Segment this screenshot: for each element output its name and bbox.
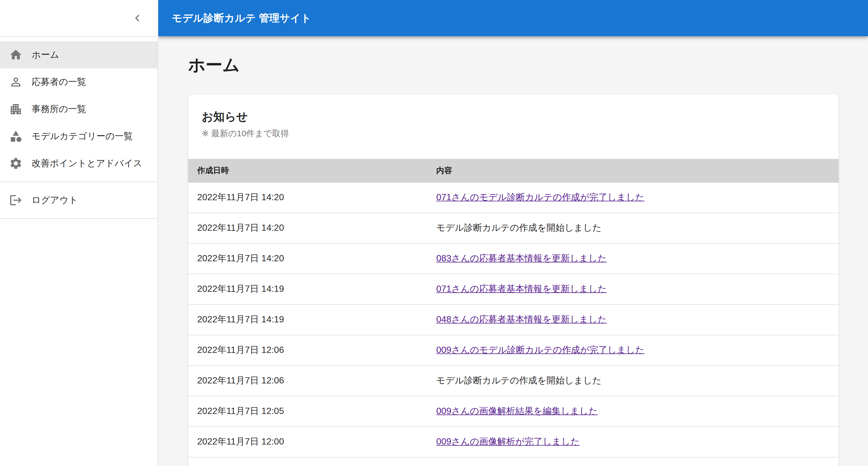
notice-text: モデル診断カルテの作成を開始しました [436,376,601,385]
table-row: 2022年11月7日 12:06 モデル診断カルテの作成を開始しました [188,366,839,396]
content-cell: モデル診断カルテの作成を開始しました [427,213,839,243]
sidebar-item-categories[interactable]: モデルカテゴリーの一覧 [0,123,158,150]
content-cell: 048さんの応募者基本情報を更新しました [427,304,839,335]
sidebar: ホーム 応募者の一覧 事務所の一覧 モデルカテゴリーの一覧 改善ポイントとアドバ… [0,0,158,466]
sidebar-logout-list: ログアウト [0,182,158,218]
created-at-cell: 2022年11月7日 12:05 [188,396,427,427]
content-cell: 009さんの画像解析結果を編集しました [427,396,839,427]
created-at-cell: 2022年11月7日 14:20 [188,183,427,213]
apartment-icon [9,103,23,116]
created-at-cell: 2022年11月7日 12:00 [188,427,427,457]
main-content: ホーム お知らせ ※ 最新の10件まで取得 作成日時 内容 2022年11月7日… [158,36,868,466]
created-at-cell: 2022年11月7日 14:20 [188,213,427,243]
logout-icon [9,194,23,207]
sidebar-item-advice[interactable]: 改善ポイントとアドバイス [0,150,158,177]
notice-link[interactable]: 009さんの画像解析が完了しました [436,437,580,446]
created-at-cell: 2022年11月7日 14:20 [188,243,427,274]
notice-link[interactable]: 009さんの画像解析結果を編集しました [436,406,598,416]
table-row: 2022年11月7日 12:00 009さんの画像解析が完了しました [188,427,839,457]
sidebar-item-offices[interactable]: 事務所の一覧 [0,95,158,123]
sidebar-item-logout[interactable]: ログアウト [0,186,158,214]
appbar-title: モデル診断カルテ 管理サイト [172,11,311,25]
content-cell: 071さんのモデル診断カルテの作成が完了しました [427,183,839,213]
notice-card: お知らせ ※ 最新の10件まで取得 作成日時 内容 2022年11月7日 14:… [188,94,839,466]
notice-card-header: お知らせ ※ 最新の10件まで取得 [188,94,839,140]
notice-link[interactable]: 009さんのモデル診断カルテの作成が完了しました [436,345,645,355]
notice-link[interactable]: 071さんのモデル診断カルテの作成が完了しました [436,192,645,202]
created-at-cell: 2022年11月7日 14:19 [188,274,427,304]
home-icon [9,48,23,62]
content-cell: 009さんのモデル診断カルテの作成が完了しました [427,335,839,366]
notice-link[interactable]: 048さんの応募者基本情報を更新しました [436,315,607,324]
table-row: 2022年11月7日 11:56 028さんのモデル診断カルテの作成が完了しまし… [188,457,839,466]
column-header-created-at: 作成日時 [188,159,427,183]
notice-table: 作成日時 内容 2022年11月7日 14:20 071さんのモデル診断カルテの… [188,159,839,466]
column-header-content: 内容 [427,159,839,183]
notice-link[interactable]: 071さんの応募者基本情報を更新しました [436,284,607,293]
chevron-left-icon [130,11,144,25]
content-cell: モデル診断カルテの作成を開始しました [427,366,839,396]
content-cell: 071さんの応募者基本情報を更新しました [427,274,839,304]
content-cell: 028さんのモデル診断カルテの作成が完了しました [427,457,839,466]
sidebar-item-home[interactable]: ホーム [0,41,158,68]
table-row: 2022年11月7日 14:19 048さんの応募者基本情報を更新しました [188,304,839,335]
created-at-cell: 2022年11月7日 12:06 [188,335,427,366]
table-row: 2022年11月7日 14:20 083さんの応募者基本情報を更新しました [188,243,839,274]
appbar: モデル診断カルテ 管理サイト [158,0,868,36]
category-icon [9,129,23,143]
gear-icon [9,157,23,170]
created-at-cell: 2022年11月7日 14:19 [188,304,427,335]
table-row: 2022年11月7日 12:06 009さんのモデル診断カルテの作成が完了しまし… [188,335,839,366]
sidebar-header [0,0,158,36]
table-row: 2022年11月7日 14:20 071さんのモデル診断カルテの作成が完了しまし… [188,183,839,213]
table-row: 2022年11月7日 12:05 009さんの画像解析結果を編集しました [188,396,839,427]
sidebar-item-applicants[interactable]: 応募者の一覧 [0,68,158,95]
sidebar-divider-logout-bottom [0,218,158,219]
created-at-cell: 2022年11月7日 11:56 [188,457,427,466]
notice-card-subtitle: ※ 最新の10件まで取得 [202,127,825,140]
app-window: ホーム 応募者の一覧 事務所の一覧 モデルカテゴリーの一覧 改善ポイントとアドバ… [0,0,868,466]
person-icon [9,75,23,89]
sidebar-nav-list: ホーム 応募者の一覧 事務所の一覧 モデルカテゴリーの一覧 改善ポイントとアドバ… [0,37,158,181]
collapse-sidebar-button[interactable] [126,7,149,29]
notice-link[interactable]: 083さんの応募者基本情報を更新しました [436,253,607,263]
page-title: ホーム [188,55,839,75]
notice-text: モデル診断カルテの作成を開始しました [436,223,601,232]
content-cell: 083さんの応募者基本情報を更新しました [427,243,839,274]
created-at-cell: 2022年11月7日 12:06 [188,366,427,396]
table-row: 2022年11月7日 14:19 071さんの応募者基本情報を更新しました [188,274,839,304]
notice-table-header-row: 作成日時 内容 [188,159,839,183]
notice-card-title: お知らせ [202,109,825,124]
table-row: 2022年11月7日 14:20 モデル診断カルテの作成を開始しました [188,213,839,243]
content-cell: 009さんの画像解析が完了しました [427,427,839,457]
